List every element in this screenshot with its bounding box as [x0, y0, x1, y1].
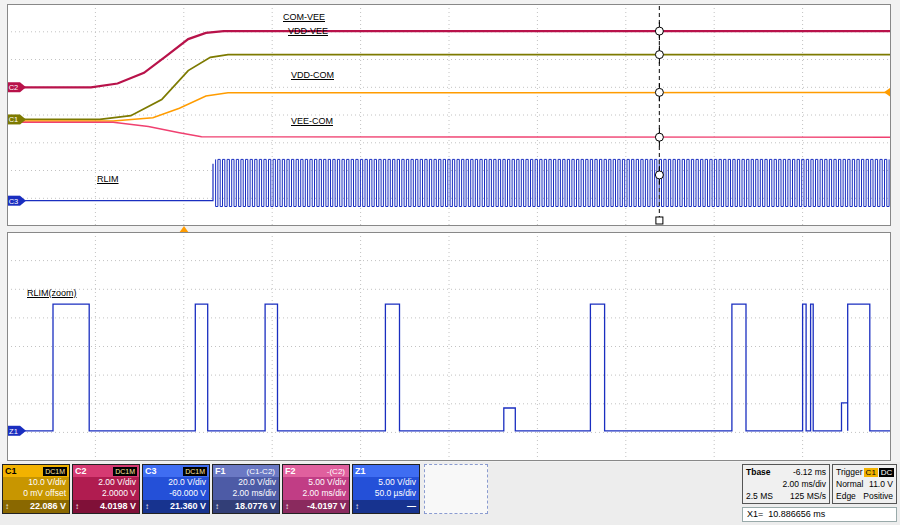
cursor-value: 10.886656 ms — [768, 509, 825, 519]
tdiv-readout: 50.0 µs/div — [353, 488, 419, 499]
empty-descriptor-slot — [424, 464, 488, 514]
vdiv-readout: 20.0 V/div — [143, 477, 209, 488]
timebase-panel[interactable]: Tbase-6.12 ms 2.00 ms/div 2.5 MS125 MS/s — [742, 464, 830, 504]
channel-id: C1 — [5, 465, 17, 477]
coupling-badge: DC1M — [43, 467, 67, 476]
timebase-offset: -6.12 ms — [793, 466, 826, 478]
channel-id: C2 — [75, 465, 87, 477]
trigger-coupling-badge: DC — [879, 468, 895, 477]
vdiv-readout: 5.00 V/div — [283, 477, 349, 488]
channel-descriptor-f1[interactable]: F1(C1-C2) 20.0 V/div 2.00 ms/div ↕18.077… — [212, 464, 280, 514]
trigger-title: Trigger — [836, 466, 863, 478]
vdiv-readout: 2.00 V/div — [73, 477, 139, 488]
waveform-canvas-zoom: Z1 — [7, 232, 891, 461]
status-bar: C1DC1M 10.0 V/div 0 mV offset ↕22.086 V … — [0, 462, 900, 525]
measured-value: 18.0776 V — [235, 500, 276, 513]
trigger-level: 11.0 V — [869, 478, 893, 490]
channel-descriptor-c3[interactable]: C3DC1M 20.0 V/div -60.000 V ↕21.360 V — [142, 464, 210, 514]
channel-id: F1 — [215, 465, 226, 477]
tdiv-readout: 2.00 ms/div — [213, 488, 279, 499]
trigger-type: Edge — [836, 490, 856, 502]
offset-readout: -60.000 V — [143, 488, 209, 499]
coupling-badge: DC1M — [183, 467, 207, 476]
trigger-mode: Normal — [836, 478, 863, 490]
zoom-graticule: Z1 RLIM(zoom) — [7, 232, 891, 461]
level-indicator-icon: ↕ — [145, 500, 149, 513]
function-definition: (C1-C2) — [245, 467, 277, 476]
trigger-source-chips: C1DC — [863, 466, 895, 478]
trigger-source-badge: C1 — [864, 468, 878, 477]
timebase-title: Tbase — [746, 466, 771, 478]
tdiv-readout: 2.00 ms/div — [283, 488, 349, 499]
level-indicator-icon: ↕ — [75, 500, 79, 513]
measured-value: 4.0198 V — [100, 500, 136, 513]
cursor-label: X1= — [747, 509, 763, 519]
level-indicator-icon: ↕ — [355, 500, 359, 513]
vdiv-readout: 10.0 V/div — [3, 477, 69, 488]
offset-readout: 2.0000 V — [73, 488, 139, 499]
oscilloscope-screen: C2C1C3 COM-VEEVDD-VEEVDD-COMVEE-COMRLIM … — [0, 0, 900, 525]
trigger-panel[interactable]: TriggerC1DC Normal11.0 V EdgePositive — [832, 464, 897, 504]
channel-descriptor-c2[interactable]: C2DC1M 2.00 V/div 2.0000 V ↕4.0198 V — [72, 464, 140, 514]
svg-text:C3: C3 — [9, 197, 19, 206]
cursor-x1-readout: X1= 10.886656 ms — [742, 507, 897, 522]
measured-value: 21.360 V — [170, 500, 206, 513]
svg-text:C1: C1 — [9, 115, 19, 124]
sample-count: 2.5 MS — [746, 490, 773, 502]
svg-text:C2: C2 — [9, 83, 19, 92]
channel-descriptor-f2[interactable]: F2-(C2) 5.00 V/div 2.00 ms/div ↕-4.0197 … — [282, 464, 350, 514]
function-definition: -(C2) — [325, 467, 347, 476]
measured-value: -4.0197 V — [307, 500, 346, 513]
channel-descriptor-c1[interactable]: C1DC1M 10.0 V/div 0 mV offset ↕22.086 V — [2, 464, 70, 514]
coupling-badge: DC1M — [113, 467, 137, 476]
vdiv-readout: 5.00 V/div — [353, 477, 419, 488]
level-indicator-icon: ↕ — [285, 500, 289, 513]
sample-rate: 125 MS/s — [790, 490, 826, 502]
level-indicator-icon: ↕ — [5, 500, 9, 513]
offset-readout: 0 mV offset — [3, 488, 69, 499]
channel-id: C3 — [145, 465, 157, 477]
timebase-per-div: 2.00 ms/div — [783, 478, 826, 490]
level-indicator-icon: ↕ — [215, 500, 219, 513]
measured-value: — — [407, 500, 416, 513]
vdiv-readout: 20.0 V/div — [213, 477, 279, 488]
waveform-canvas-top: C2C1C3 — [7, 4, 891, 226]
measured-value: 22.086 V — [30, 500, 66, 513]
svg-text:Z1: Z1 — [9, 427, 18, 436]
channel-id: F2 — [285, 465, 296, 477]
main-graticule: C2C1C3 COM-VEEVDD-VEEVDD-COMVEE-COMRLIM — [7, 4, 891, 226]
trigger-slope: Positive — [863, 490, 893, 502]
channel-id: Z1 — [355, 465, 366, 477]
channel-descriptor-z1[interactable]: Z1 5.00 V/div 50.0 µs/div ↕— — [352, 464, 420, 514]
